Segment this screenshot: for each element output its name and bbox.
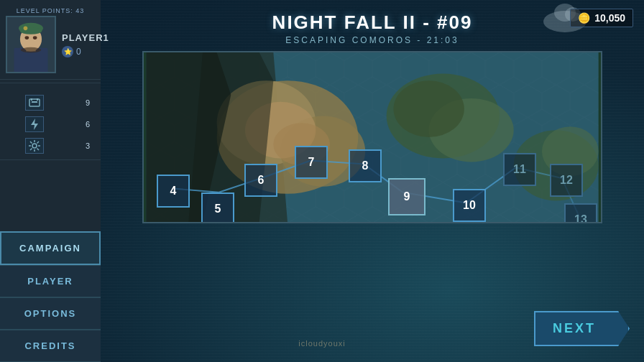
svg-point-35 (394, 80, 464, 137)
stat-item-2: 6 (0, 113, 101, 135)
divider-2 (0, 159, 101, 160)
svg-point-7 (33, 36, 37, 40)
node-number-9: 9 (404, 190, 410, 203)
map-node-13[interactable]: 13 (564, 203, 597, 223)
mission-title: NIGHT FALL II - #09 (272, 11, 473, 34)
map-node-6[interactable]: 6 (244, 164, 277, 197)
map-node-11[interactable]: 11 (503, 153, 536, 186)
player-stars: ⭐ 0 (62, 46, 109, 57)
options-button[interactable]: OPTIONS (0, 297, 101, 330)
node-number-7: 7 (308, 156, 315, 169)
mission-subtitle: ESCAPING COMOROS - 21:03 (272, 35, 473, 45)
node-number-11: 11 (513, 163, 526, 176)
nav-buttons: CAMPAIGN PLAYER OPTIONS CREDITS (0, 163, 101, 362)
svg-rect-12 (31, 98, 32, 101)
stars-value: 0 (76, 47, 81, 57)
map-node-4[interactable]: 4 (157, 175, 190, 208)
svg-line-22 (37, 141, 40, 144)
map-node-8[interactable]: 8 (349, 149, 382, 182)
mission-title-area: NIGHT FALL II - #09 ESCAPING COMOROS - 2… (258, 0, 487, 51)
node-number-10: 10 (463, 199, 476, 212)
stat-value-3: 3 (86, 141, 90, 150)
star-icon: ⭐ (62, 46, 73, 57)
svg-point-8 (24, 27, 28, 31)
energy-icon (25, 116, 44, 132)
svg-line-20 (30, 141, 32, 144)
node-number-13: 13 (574, 213, 587, 223)
svg-line-23 (30, 149, 32, 151)
svg-point-9 (21, 47, 41, 53)
currency-value: 10,050 (594, 12, 625, 24)
node-number-12: 12 (560, 174, 573, 187)
stat-value-2: 6 (86, 120, 90, 129)
svg-point-6 (25, 36, 29, 40)
avatar (6, 16, 56, 73)
credits-button[interactable]: CREDITS (0, 330, 101, 362)
node-number-4: 4 (170, 185, 177, 198)
map-node-10[interactable]: 10 (453, 189, 486, 222)
gear-icon (25, 138, 44, 154)
player-details: PLAYER1 ⭐ 0 (62, 32, 109, 57)
sidebar: LEVEL POINTS: 43 (0, 0, 101, 362)
node-number-8: 8 (362, 159, 369, 172)
map-node-5[interactable]: 5 (201, 192, 234, 223)
player-button[interactable]: PLAYER (0, 265, 101, 297)
level-points: LEVEL POINTS: 43 (6, 6, 95, 16)
map-node-12[interactable]: 12 (550, 164, 583, 197)
main-content: NIGHT FALL II - #09 ESCAPING COMOROS - 2… (101, 0, 644, 362)
campaign-button[interactable]: CAMPAIGN (0, 231, 101, 265)
stats-area: 9 6 (0, 86, 101, 157)
map-node-9[interactable]: 9 (388, 178, 426, 215)
player-name: PLAYER1 (62, 32, 109, 43)
svg-point-15 (32, 144, 37, 148)
node-number-5: 5 (215, 203, 221, 215)
player-header: LEVEL POINTS: 43 (0, 0, 101, 80)
military-badge-icon (25, 95, 44, 111)
player-info-row: PLAYER1 ⭐ 0 (6, 16, 95, 73)
currency-display: 🪙 10,050 (570, 9, 633, 27)
map-container[interactable]: 4 5 6 7 8 9 10 11 12 (142, 51, 602, 223)
next-button[interactable]: NEXT (534, 311, 630, 346)
divider-1 (0, 83, 101, 83)
svg-point-5 (20, 27, 42, 34)
stat-item-1: 9 (0, 92, 101, 113)
map-node-7[interactable]: 7 (295, 146, 328, 179)
svg-rect-13 (37, 98, 38, 101)
currency-icon: 🪙 (578, 12, 590, 24)
node-number-6: 6 (258, 174, 264, 187)
stat-item-3: 3 (0, 135, 101, 157)
svg-line-21 (37, 149, 40, 151)
svg-rect-11 (32, 101, 37, 103)
svg-marker-14 (31, 119, 38, 130)
stat-value-1: 9 (86, 98, 90, 107)
